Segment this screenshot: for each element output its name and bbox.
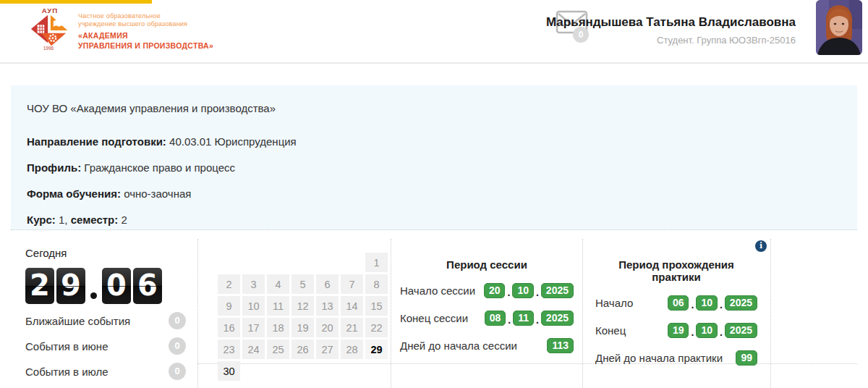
course-label: Курс: xyxy=(27,214,56,226)
header: АУП 1996 Частное образовательное учрежде… xyxy=(0,0,868,64)
calendar-day[interactable]: 24 xyxy=(242,340,265,359)
calendar-day[interactable]: 27 xyxy=(316,340,339,359)
event-label: События в июле xyxy=(25,366,109,378)
calendar-day[interactable]: 12 xyxy=(292,296,314,316)
calendar-day[interactable]: 5 xyxy=(292,274,314,294)
institution-line: УПРАВЛЕНИЯ И ПРОИЗВОДСТВА» xyxy=(78,41,213,51)
calendar-day[interactable]: 11 xyxy=(267,296,289,316)
event-count-badge: 0 xyxy=(169,312,186,329)
date-day-badge: 06 xyxy=(668,295,689,311)
date-month-badge: 10 xyxy=(512,283,534,298)
practice-days-left-value: 99 xyxy=(736,350,757,366)
calendar-day[interactable]: 26 xyxy=(292,340,314,359)
clock-dot xyxy=(90,292,97,299)
aup-logo-icon: АУП 1996 xyxy=(29,6,71,51)
practice-start-date: 06.10.2025 xyxy=(668,295,757,311)
date-year-badge: 2025 xyxy=(541,283,574,298)
calendar-day[interactable]: 10 xyxy=(242,296,265,316)
calendar-day[interactable]: 19 xyxy=(292,318,314,337)
calendar-day xyxy=(292,361,314,381)
session-end-row: Конец сессии 08.11.2025 xyxy=(400,311,574,326)
calendar-day xyxy=(292,253,314,272)
info-icon[interactable]: i xyxy=(755,240,767,252)
calendar-day[interactable]: 1 xyxy=(365,253,388,272)
profile-value: Гражданское право и процесс xyxy=(81,161,235,174)
calendar-day[interactable]: 8 xyxy=(365,274,388,294)
practice-end-date: 19.10.2025 xyxy=(668,323,757,338)
calendar-day[interactable]: 9 xyxy=(218,296,240,316)
calendar-day[interactable]: 28 xyxy=(341,340,363,359)
date-month-badge: 11 xyxy=(513,311,534,326)
event-link-july[interactable]: События в июле 0 xyxy=(25,363,186,380)
date-day-badge: 08 xyxy=(485,311,506,326)
event-label: Ближайшие события xyxy=(25,315,130,327)
calendar-day[interactable]: 20 xyxy=(316,318,339,337)
calendar-day[interactable]: 4 xyxy=(267,274,289,294)
date-year-badge: 2025 xyxy=(541,311,574,326)
session-period-widget: Период сессии Начало сессии 20.10.2025 К… xyxy=(400,258,574,353)
institution-line: Частное образовательное xyxy=(78,12,213,20)
university-name: ЧОУ ВО «Академия управления и производст… xyxy=(27,102,857,114)
user-name: Марьяндышева Татьяна Владиславовна xyxy=(546,15,796,30)
session-period-title: Период сессии xyxy=(400,258,574,271)
calendar-day[interactable]: 30 xyxy=(218,361,240,381)
event-link-june[interactable]: События в июне 0 xyxy=(25,337,186,355)
calendar-day[interactable]: 2 xyxy=(218,274,240,294)
calendar-grid: 1 2 3 4 5 6 7 8 9 10 11 12 13 14 15 16 1… xyxy=(218,253,388,381)
flip-digit: 0 xyxy=(102,268,131,304)
calendar-day[interactable]: 22 xyxy=(365,318,388,337)
date-separator: . xyxy=(536,314,539,326)
calendar-day[interactable]: 14 xyxy=(341,296,363,316)
institution-line: учреждение высшего образования xyxy=(78,20,213,28)
divider xyxy=(391,239,391,388)
days-count-badge: 113 xyxy=(547,338,574,353)
event-count-badge: 0 xyxy=(169,337,186,355)
brand-logo[interactable]: АУП 1996 Частное образовательное учрежде… xyxy=(29,6,213,51)
calendar-day[interactable]: 16 xyxy=(218,318,240,337)
date-year-badge: 2025 xyxy=(725,323,757,338)
event-label: События в июне xyxy=(25,340,108,353)
study-form-row: Форма обучения: очно-заочная xyxy=(27,187,857,200)
calendar-day[interactable]: 15 xyxy=(365,296,388,316)
calendar-day[interactable]: 6 xyxy=(316,274,339,294)
session-end-date: 08.11.2025 xyxy=(485,311,574,326)
study-form-value: очно-заочная xyxy=(121,187,191,200)
user-role: Студент. Группа ЮОЗВгп-25016 xyxy=(546,35,796,46)
calendar-day[interactable]: 7 xyxy=(341,274,363,294)
date-day-badge: 20 xyxy=(484,283,506,298)
session-start-date: 20.10.2025 xyxy=(484,283,574,298)
course-semester-row: Курс: 1, семестр: 2 xyxy=(27,214,857,226)
calendar-day xyxy=(341,253,363,272)
avatar[interactable] xyxy=(816,0,862,55)
practice-end-row: Конец 19.10.2025 xyxy=(595,323,757,338)
calendar-day xyxy=(218,253,240,272)
semester-value: 2 xyxy=(118,214,127,226)
calendar-day[interactable]: 3 xyxy=(242,274,265,294)
session-start-label: Начало сессии xyxy=(400,284,475,297)
calendar-day xyxy=(267,361,289,381)
user-menu[interactable]: Марьяндышева Татьяна Владиславовна Студе… xyxy=(546,15,796,46)
student-info-panel: ЧОУ ВО «Академия управления и производст… xyxy=(11,85,857,230)
event-link-upcoming[interactable]: Ближайшие события 0 xyxy=(25,312,186,329)
direction-label: Направление подготовки: xyxy=(27,135,166,148)
calendar-day[interactable]: 13 xyxy=(316,296,339,316)
date-separator: . xyxy=(720,326,723,338)
calendar-day[interactable]: 21 xyxy=(341,318,363,337)
profile-label: Профиль: xyxy=(27,161,81,174)
calendar-day[interactable]: 23 xyxy=(218,340,240,359)
calendar-day[interactable]: 18 xyxy=(267,318,289,337)
date-separator: . xyxy=(507,287,510,298)
calendar-day xyxy=(365,361,388,381)
date-month-badge: 10 xyxy=(696,323,718,338)
direction-value: 40.03.01 Юриспруденция xyxy=(166,135,297,148)
session-days-left-label: Дней до начала сессии xyxy=(400,340,517,352)
practice-period-title: Период прохождения практики xyxy=(595,258,757,283)
calendar-day[interactable]: 25 xyxy=(267,340,289,359)
calendar-day-today[interactable]: 29 xyxy=(365,340,388,359)
profile-row: Профиль: Гражданское право и процесс xyxy=(27,161,857,174)
days-count-badge: 99 xyxy=(736,350,757,366)
calendar-day[interactable]: 17 xyxy=(242,318,265,337)
svg-text:АУП: АУП xyxy=(42,7,58,14)
calendar-day xyxy=(341,361,363,381)
divider xyxy=(770,239,771,388)
